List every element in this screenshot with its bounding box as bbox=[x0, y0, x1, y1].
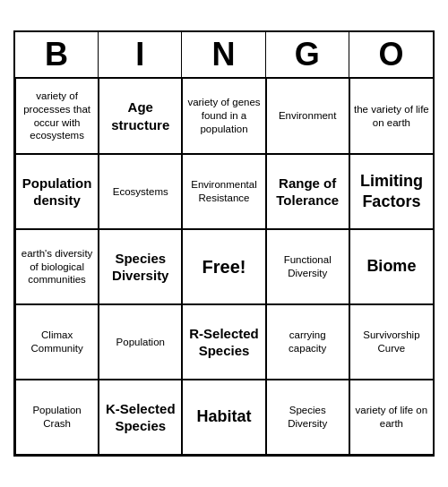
bingo-cell-7: Environmental Resistance bbox=[182, 154, 265, 229]
bingo-cell-4: the variety of life on earth bbox=[349, 79, 433, 154]
bingo-cell-14: Biome bbox=[349, 229, 433, 304]
bingo-cell-8: Range of Tolerance bbox=[266, 154, 349, 229]
bingo-letter-i: I bbox=[99, 32, 182, 77]
bingo-cell-23: Species Diversity bbox=[266, 380, 349, 455]
bingo-card: BINGO variety of processes that occur wi… bbox=[13, 30, 435, 457]
bingo-letter-g: G bbox=[266, 32, 349, 77]
bingo-cell-18: carrying capacity bbox=[266, 304, 349, 380]
bingo-cell-13: Functional Diversity bbox=[266, 229, 349, 304]
bingo-cell-0: variety of processes that occur with eco… bbox=[15, 79, 99, 154]
bingo-grid: variety of processes that occur with eco… bbox=[15, 79, 433, 455]
bingo-cell-12: Free! bbox=[182, 229, 265, 304]
bingo-cell-11: Species Diversity bbox=[99, 229, 182, 304]
bingo-letter-n: N bbox=[182, 32, 265, 77]
bingo-cell-19: Survivorship Curve bbox=[349, 304, 433, 380]
bingo-cell-20: Population Crash bbox=[15, 380, 99, 455]
bingo-cell-22: Habitat bbox=[182, 380, 265, 455]
bingo-cell-3: Environment bbox=[266, 79, 349, 154]
bingo-cell-17: R-Selected Species bbox=[182, 304, 265, 380]
bingo-cell-10: earth's diversity of biological communit… bbox=[15, 229, 99, 304]
bingo-header: BINGO bbox=[15, 32, 433, 79]
bingo-cell-16: Population bbox=[99, 304, 182, 380]
bingo-cell-1: Age structure bbox=[99, 79, 182, 154]
bingo-cell-6: Ecosystems bbox=[99, 154, 182, 229]
bingo-letter-b: B bbox=[15, 32, 99, 77]
bingo-cell-5: Population density bbox=[15, 154, 99, 229]
bingo-cell-9: Limiting Factors bbox=[349, 154, 433, 229]
bingo-cell-15: Climax Community bbox=[15, 304, 99, 380]
bingo-cell-21: K-Selected Species bbox=[99, 380, 182, 455]
bingo-letter-o: O bbox=[349, 32, 433, 77]
bingo-cell-2: variety of genes found in a population bbox=[182, 79, 265, 154]
bingo-cell-24: variety of life on earth bbox=[349, 380, 433, 455]
